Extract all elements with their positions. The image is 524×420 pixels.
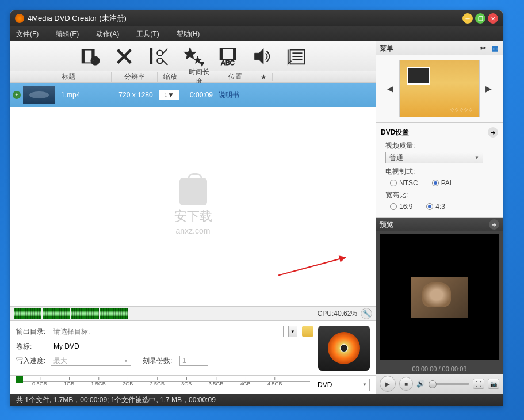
ruler-marker[interactable]	[16, 376, 23, 383]
radio-16-9[interactable]: 16:9	[390, 203, 412, 211]
delete-button[interactable]	[112, 44, 136, 68]
menu-grid-icon[interactable]: ▦	[490, 44, 499, 53]
chapter-button[interactable]	[285, 44, 309, 68]
menu-next-button[interactable]: ▶	[483, 82, 494, 96]
radio-ntsc[interactable]: NTSC	[390, 179, 418, 187]
svg-text:▼: ▼	[198, 60, 204, 67]
snapshot-button[interactable]: 📷	[488, 379, 499, 389]
col-title[interactable]: 标题	[25, 72, 112, 82]
output-panel: 输出目录: ▼ 卷标: 写入速度: 最大 刻录份数: 1	[10, 321, 376, 375]
video-quality-select[interactable]: 普通	[385, 152, 483, 163]
maximize-button[interactable]: ❐	[475, 13, 485, 24]
col-position[interactable]: 位置	[215, 72, 255, 82]
svg-rect-6	[150, 48, 152, 51]
menu-file[interactable]: 文件(F)	[16, 29, 39, 39]
size-ruler: 0.5GB 1GB 1.5GB 2GB 2.5GB 3GB 3.5GB 4GB …	[10, 375, 376, 394]
speed-label: 写入速度:	[16, 356, 46, 366]
svg-point-11	[157, 58, 163, 63]
disc-icon	[328, 332, 360, 364]
menu-tools-icon[interactable]: ✂	[479, 44, 488, 53]
volume-input[interactable]	[51, 341, 313, 352]
cpu-bar: CPU:40.62% 🔧	[10, 306, 376, 321]
copies-label: 刻录份数:	[143, 356, 175, 366]
output-dir-input[interactable]	[51, 326, 284, 337]
svg-point-10	[157, 50, 163, 56]
disc-type-select[interactable]: DVD	[315, 379, 370, 391]
status-bar: 共 1个文件, 1.7MB，00:00:09; 1个文件被选中, 1.7 MB，…	[10, 394, 503, 406]
subtitle-button[interactable]: ABC	[216, 44, 240, 68]
burn-button[interactable]	[318, 326, 370, 371]
file-name: 1.mp4	[61, 91, 113, 99]
preview-time: 00:00:00 / 00:00:09	[376, 364, 503, 374]
preview-expand[interactable]: ➜	[489, 219, 499, 230]
annotation-arrow	[278, 257, 345, 276]
menu-tool[interactable]: 工具(T)	[136, 29, 159, 39]
fullscreen-button[interactable]: ⛶	[473, 379, 484, 389]
menubar: 文件(F) 编辑(E) 动作(A) 工具(T) 帮助(H)	[10, 26, 503, 41]
svg-rect-8	[150, 57, 152, 59]
menu-help[interactable]: 帮助(H)	[177, 29, 200, 39]
file-row[interactable]: + 1.mp4 720 x 1280 ↕▼ 0:00:09 说明书	[10, 83, 376, 107]
window-title: 4Media DVD Creator (未注册)	[28, 13, 460, 24]
volume-slider[interactable]	[429, 383, 469, 385]
list-header: 标题 分辨率 缩放 时间长度 位置 ★	[10, 71, 376, 83]
watermark: 安下载 anxz.com	[174, 178, 212, 235]
volume-icon[interactable]: 🔊	[416, 380, 425, 388]
browse-folder-button[interactable]	[302, 326, 313, 337]
play-button[interactable]: ▶	[380, 376, 396, 392]
radio-4-3[interactable]: 4:3	[426, 203, 445, 211]
audio-button[interactable]	[250, 44, 274, 68]
svg-rect-7	[150, 53, 152, 55]
aspect-ratio-label: 宽高比:	[385, 190, 494, 200]
watermark-icon	[179, 178, 207, 205]
stop-button[interactable]: ■	[399, 377, 413, 391]
preview-controls: ▶ ■ 🔊 ⛶ 📷	[376, 374, 503, 394]
preview-frame[interactable]	[380, 234, 499, 360]
expand-icon[interactable]: +	[13, 91, 21, 99]
svg-text:+: +	[93, 57, 97, 64]
dvd-settings-header: DVD设置 ➜	[376, 125, 503, 140]
close-button[interactable]: ✕	[488, 13, 498, 24]
svg-rect-1	[82, 49, 84, 63]
video-quality-label: 视频质量:	[385, 141, 494, 151]
file-thumbnail	[23, 86, 55, 104]
svg-rect-15	[233, 48, 235, 59]
col-zoom[interactable]: 缩放	[158, 72, 183, 82]
col-star[interactable]: ★	[255, 73, 273, 81]
menu-action[interactable]: 动作(A)	[96, 29, 119, 39]
file-resolution: 720 x 1280	[113, 91, 159, 99]
svg-rect-9	[150, 62, 152, 64]
menu-edit[interactable]: 编辑(E)	[56, 29, 79, 39]
app-logo-icon	[15, 14, 24, 23]
col-resolution[interactable]: 分辨率	[112, 72, 158, 82]
output-dir-label: 输出目录:	[16, 327, 46, 337]
svg-rect-14	[220, 48, 222, 59]
cpu-graphs	[14, 308, 128, 319]
file-list-area[interactable]: 安下载 anxz.com	[10, 107, 376, 306]
cpu-settings-button[interactable]: 🔧	[361, 308, 372, 319]
file-manual-link[interactable]: 说明书	[219, 90, 239, 100]
menu-prev-button[interactable]: ◀	[385, 82, 396, 96]
dvd-settings-expand[interactable]: ➜	[488, 127, 498, 138]
file-duration: 0:00:09	[184, 91, 219, 99]
radio-pal[interactable]: PAL	[432, 179, 454, 187]
volume-label: 卷标:	[16, 342, 46, 352]
effects-button[interactable]: ▼	[181, 44, 205, 68]
svg-text:ABC: ABC	[221, 59, 234, 66]
speed-select[interactable]: 最大	[51, 356, 131, 366]
zoom-select[interactable]: ↕▼	[159, 90, 179, 100]
titlebar: 4Media DVD Creator (未注册) ─ ❐ ✕	[10, 10, 503, 26]
preview-header: 预览 ➜	[376, 218, 503, 231]
minimize-button[interactable]: ─	[462, 13, 473, 24]
cpu-percent: CPU:40.62%	[318, 310, 357, 318]
ruler-scale: 0.5GB 1GB 1.5GB 2GB 2.5GB 3GB 3.5GB 4GB …	[16, 381, 310, 392]
menu-panel-header: 菜单 ✂ ▦	[376, 41, 503, 55]
copies-input[interactable]: 1	[179, 356, 208, 366]
preview-image	[411, 277, 468, 318]
tv-system-label: 电视制式:	[385, 167, 494, 177]
cut-button[interactable]	[147, 44, 171, 68]
add-file-button[interactable]: +	[78, 44, 102, 68]
menu-template-thumb[interactable]: ◇◇◇◇◇	[399, 60, 480, 117]
output-dir-dropdown[interactable]: ▼	[288, 326, 297, 337]
